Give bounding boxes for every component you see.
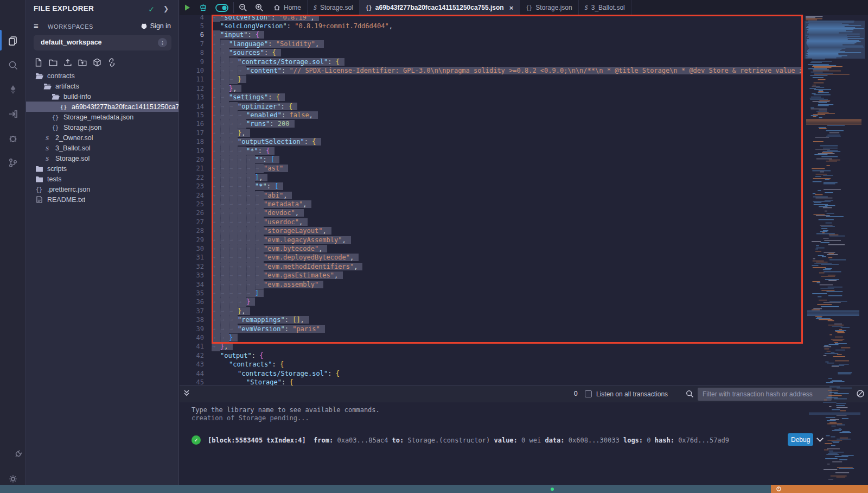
deploy-run-icon[interactable] — [0, 103, 25, 125]
zoom-in-icon[interactable] — [251, 0, 267, 15]
code-line-42[interactable]: "output": { — [212, 351, 803, 360]
code-line-20[interactable]: →→→→→"": [ — [212, 155, 803, 164]
code-line-30[interactable]: →→→→→→"evm.bytecode", — [212, 244, 803, 253]
code-line-9[interactable]: →→→"contracts/Storage.sol": { — [212, 58, 803, 66]
terminal-search-icon[interactable] — [686, 390, 694, 400]
indent-guide: → — [238, 164, 246, 173]
code-line-32[interactable]: →→→→→→"evm.methodIdentifiers", — [212, 262, 803, 271]
code-line-15[interactable]: →→→→"enabled": false, — [212, 111, 803, 119]
tree-item-contracts[interactable]: contracts — [26, 71, 178, 81]
code-line-13[interactable]: →→"settings": { — [212, 93, 803, 102]
tab-3-ballot-sol[interactable]: S3_Ballot.sol — [579, 0, 631, 15]
run-icon[interactable] — [180, 0, 195, 15]
code-line-41[interactable]: →}, — [212, 342, 803, 351]
code-line-7[interactable]: →→"language": "Solidity", — [212, 40, 803, 48]
code-line-31[interactable]: →→→→→→"evm.deployedBytecode", — [212, 253, 803, 262]
indent-guide: → — [212, 173, 220, 182]
listen-all-checkbox[interactable] — [585, 390, 592, 397]
code-line-35[interactable]: →→→→→] — [212, 289, 803, 298]
code-line-24[interactable]: →→→→→→"abi", — [212, 191, 803, 200]
remix-ai-icon[interactable] — [195, 0, 212, 15]
remix-logo-icon[interactable] — [3, 3, 23, 25]
code-line-18[interactable]: →→→"outputSelection": { — [212, 137, 803, 146]
upload-folder-icon[interactable] — [78, 58, 87, 67]
transaction-log-row[interactable]: ✓ [block:5583405 txIndex:4] from: 0xa03.… — [192, 435, 803, 447]
search-icon[interactable] — [0, 54, 25, 76]
zoom-out-icon[interactable] — [235, 0, 251, 15]
code-line-14[interactable]: →→→"optimizer": { — [212, 102, 803, 111]
debugger-icon[interactable] — [0, 128, 25, 149]
ipfs-box-icon[interactable] — [92, 58, 102, 67]
code-line-37[interactable]: →→→}, — [212, 307, 803, 315]
workspaces-menu-icon[interactable]: ≡ — [34, 22, 39, 30]
tree-item-storage-sol[interactable]: SStorage.sol — [26, 153, 178, 163]
code-line-28[interactable]: →→→→→→"storageLayout", — [212, 226, 803, 235]
tree-item-build-info[interactable]: build-info — [26, 91, 178, 102]
tab-storage-json[interactable]: {}Storage.json — [520, 0, 578, 15]
toggle-icon[interactable] — [212, 0, 232, 15]
code-line-43[interactable]: "contracts": { — [212, 360, 803, 369]
code-line-5[interactable]: "solcLongVersion": "0.8.19+commit.7dd6d4… — [212, 22, 803, 30]
code-line-25[interactable]: →→→→→→"metadata", — [212, 200, 803, 208]
code-line-17[interactable]: →→→}, — [212, 129, 803, 137]
sign-in-button[interactable]: Sign in — [141, 22, 171, 31]
git-icon[interactable] — [0, 152, 25, 174]
link-icon[interactable] — [107, 58, 117, 67]
chevron-right-icon[interactable]: ❯ — [163, 5, 169, 12]
code-line-45[interactable]: "Storage": { — [212, 378, 803, 385]
workspace-select[interactable]: default_workspace ▲▼ — [34, 35, 171, 50]
tree-item-artifacts[interactable]: artifacts — [26, 81, 178, 91]
code-line-40[interactable]: →→} — [212, 333, 803, 342]
tab-a69b43f277ba20fcac141151250ca755-json[interactable]: {}a69b43f277ba20fcac141151250ca755.json× — [360, 0, 520, 15]
new-file-icon[interactable] — [34, 58, 43, 67]
code-line-27[interactable]: →→→→→→"userdoc", — [212, 218, 803, 226]
solidity-compiler-icon[interactable] — [0, 79, 25, 100]
upload-file-icon[interactable] — [63, 58, 73, 67]
plugin-manager-icon[interactable] — [0, 445, 25, 467]
code-line-22[interactable]: →→→→→], — [212, 173, 803, 182]
code-pane[interactable]: →"solcVersion": "0.8.19","solcLongVersio… — [212, 15, 803, 385]
terminal-collapse-icon[interactable] — [183, 388, 190, 400]
code-line-6[interactable]: →"input": { — [212, 30, 803, 39]
code-line-4[interactable]: →"solcVersion": "0.8.19", — [212, 15, 803, 22]
code-line-10[interactable]: →→→→"content": "// SPDX-License-Identifi… — [212, 66, 803, 75]
code-line-33[interactable]: →→→→→→"evm.gasEstimates", — [212, 271, 803, 280]
tree-item-label: scripts — [47, 165, 67, 173]
tree-item-storage-metadata-json[interactable]: {}Storage_metadata.json — [26, 112, 178, 122]
code-line-12[interactable]: →→}, — [212, 84, 803, 93]
status-alert-badge[interactable] — [771, 485, 868, 493]
terminal-output[interactable]: Type the library name to see available c… — [180, 402, 868, 485]
close-tab-icon[interactable]: × — [509, 4, 514, 12]
tree-item-tests[interactable]: tests — [26, 174, 178, 184]
editor-minimap[interactable] — [805, 16, 865, 479]
file-explorer-icon[interactable] — [0, 30, 25, 52]
code-editor[interactable]: 4567891011121314151617181920212223242526… — [180, 15, 803, 385]
code-line-8[interactable]: →→"sources": { — [212, 48, 803, 57]
tree-item-readme-txt[interactable]: README.txt — [26, 194, 178, 205]
tree-item-3-ballot-sol[interactable]: S3_Ballot.sol — [26, 143, 178, 153]
tree-item-scripts[interactable]: scripts — [26, 163, 178, 174]
indent-guide: → — [212, 226, 220, 235]
code-line-23[interactable]: →→→→→"*": [ — [212, 182, 803, 191]
code-line-26[interactable]: →→→→→→"devdoc", — [212, 208, 803, 217]
code-line-38[interactable]: →→→"remappings": [], — [212, 315, 803, 324]
code-line-29[interactable]: →→→→→→"evm.legacyAssembly", — [212, 236, 803, 244]
code-line-16[interactable]: →→→→"runs": 200 — [212, 119, 803, 128]
tree-item-2-owner-sol[interactable]: S2_Owner.sol — [26, 132, 178, 143]
code-line-44[interactable]: "contracts/Storage.sol": { — [212, 369, 803, 378]
tree-item--prettierrc-json[interactable]: {}.prettierrc.json — [26, 184, 178, 194]
indent-guide: → — [229, 244, 238, 253]
code-line-34[interactable]: →→→→→→"evm.assembly" — [212, 280, 803, 289]
code-line-36[interactable]: →→→→} — [212, 298, 803, 306]
tree-item-a69b43f277ba20fcac141151250ca7-[interactable]: {}a69b43f277ba20fcac141151250ca7... — [26, 102, 178, 112]
code-line-19[interactable]: →→→→"*": { — [212, 147, 803, 155]
code-line-11[interactable]: →→→} — [212, 75, 803, 84]
new-folder-icon[interactable] — [48, 58, 58, 67]
code-text: "contracts/Storage.sol": { — [238, 58, 344, 66]
tree-item-storage-json[interactable]: {}Storage.json — [26, 122, 178, 132]
tab-storage-sol[interactable]: SStorage.sol — [308, 0, 360, 15]
code-line-39[interactable]: →→→"evmVersion": "paris" — [212, 325, 803, 333]
indent-guide: → — [220, 226, 229, 235]
tab-home[interactable]: Home — [267, 0, 308, 15]
code-line-21[interactable]: →→→→→→"ast" — [212, 164, 803, 173]
